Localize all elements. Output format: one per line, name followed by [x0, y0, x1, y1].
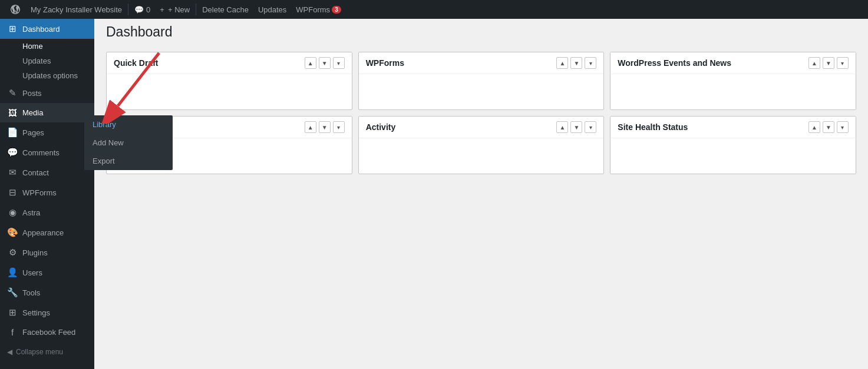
widget-site-health-up[interactable]: ▲ — [808, 121, 820, 133]
dashboard-wrap: Dashboard Quick Draft ▲ ▼ ▾ — [106, 19, 856, 174]
site-name-label: My Zacky Installer Website — [31, 5, 122, 14]
widget-at-a-glance-toggle[interactable]: ▾ — [333, 121, 345, 133]
widget-site-health-toggle[interactable]: ▾ — [837, 121, 849, 133]
home-label: Home — [22, 42, 43, 51]
sidebar-item-comments[interactable]: 💬 Comments — [0, 142, 94, 162]
page-title: Dashboard — [106, 19, 856, 42]
wpforms-icon: ⊟ — [7, 187, 18, 198]
media-dropdown-export[interactable]: Export — [84, 152, 173, 170]
comments-btn[interactable]: 💬 0 — [130, 0, 155, 19]
wpforms-label: WPForms — [22, 188, 57, 197]
sidebar-item-media[interactable]: 🖼 Media — [0, 103, 94, 122]
sidebar-item-facebook-feed[interactable]: f Facebook Feed — [0, 323, 94, 342]
widget-wp-events-up[interactable]: ▲ — [808, 57, 820, 69]
tools-icon: 🔧 — [7, 287, 18, 298]
sidebar-dashboard-label: Dashboard — [22, 25, 60, 34]
widget-at-a-glance-controls: ▲ ▼ ▾ — [305, 121, 345, 133]
site-name-btn[interactable]: My Zacky Installer Website — [26, 0, 127, 19]
export-label: Export — [93, 157, 115, 165]
astra-icon: ◉ — [7, 207, 18, 218]
updates-label: Updates — [258, 5, 286, 14]
media-icon: 🖼 — [7, 108, 18, 118]
comment-icon: 💬 — [134, 5, 144, 14]
widget-site-health-header: Site Health Status ▲ ▼ ▾ — [610, 117, 856, 138]
posts-label: Posts — [22, 89, 42, 98]
sidebar-item-astra[interactable]: ◉ Astra — [0, 202, 94, 222]
appearance-icon: 🎨 — [7, 227, 18, 238]
sidebar-item-wpforms[interactable]: ⊟ WPForms — [0, 182, 94, 202]
widget-wp-events-down[interactable]: ▼ — [823, 57, 834, 69]
dashboard-icon: ⊞ — [7, 24, 18, 34]
widget-activity: Activity ▲ ▼ ▾ — [358, 116, 605, 174]
sidebar-item-posts[interactable]: ✎ Posts — [0, 83, 94, 103]
widget-quick-draft-header: Quick Draft ▲ ▼ ▾ — [107, 52, 352, 74]
delete-cache-btn[interactable]: Delete Cache — [197, 0, 253, 19]
widget-wp-events-header: WordPress Events and News ▲ ▼ ▾ — [610, 52, 856, 74]
widget-activity-header: Activity ▲ ▼ ▾ — [359, 117, 604, 138]
sidebar: ⊞ Dashboard Home Updates Updates options… — [0, 19, 94, 369]
sidebar-item-pages[interactable]: 📄 Pages — [0, 122, 94, 142]
widget-quick-draft-body — [107, 74, 352, 109]
updates-options-label: Updates options — [22, 71, 78, 80]
sidebar-item-dashboard[interactable]: ⊞ Dashboard — [0, 19, 94, 39]
sidebar-item-plugins[interactable]: ⚙ Plugins — [0, 242, 94, 262]
widget-wp-events-title: WordPress Events and News — [618, 58, 731, 68]
wp-wrap: ⊞ Dashboard Home Updates Updates options… — [0, 19, 868, 369]
media-dropdown-library[interactable]: Library — [84, 115, 173, 134]
widget-wpforms-body — [359, 74, 604, 109]
widget-at-a-glance-down[interactable]: ▼ — [319, 121, 331, 133]
widget-wpforms-header: WPForms ▲ ▼ ▾ — [359, 52, 604, 74]
new-content-btn[interactable]: + + New — [155, 0, 194, 19]
media-dropdown: Library Add New Export — [84, 115, 173, 170]
pages-icon: 📄 — [7, 127, 18, 138]
widget-site-health-body — [610, 138, 856, 174]
wpforms-adminbar-btn[interactable]: WPForms 3 — [291, 0, 345, 19]
sidebar-item-users[interactable]: 👤 Users — [0, 262, 94, 282]
widget-activity-toggle[interactable]: ▾ — [585, 121, 596, 133]
sidebar-item-settings[interactable]: ⊞ Settings — [0, 302, 94, 323]
widget-activity-down[interactable]: ▼ — [570, 121, 582, 133]
main-content: Dashboard Quick Draft ▲ ▼ ▾ — [94, 19, 868, 369]
widget-quick-draft-controls: ▲ ▼ ▾ — [305, 57, 345, 69]
admin-bar: My Zacky Installer Website 💬 0 + + New D… — [0, 0, 868, 19]
separator-1 — [128, 4, 128, 15]
widget-quick-draft-toggle[interactable]: ▾ — [333, 57, 345, 69]
delete-cache-label: Delete Cache — [202, 5, 249, 14]
widget-wpforms-toggle[interactable]: ▾ — [585, 57, 596, 69]
widget-activity-title: Activity — [366, 122, 396, 132]
library-label: Library — [93, 120, 116, 129]
widget-quick-draft-title: Quick Draft — [114, 58, 158, 68]
widget-wpforms-up[interactable]: ▲ — [556, 57, 568, 69]
widget-wpforms: WPForms ▲ ▼ ▾ — [358, 52, 605, 110]
plugins-icon: ⚙ — [7, 247, 18, 258]
widget-quick-draft-down[interactable]: ▼ — [319, 57, 331, 69]
widget-activity-up[interactable]: ▲ — [556, 121, 568, 133]
astra-label: Astra — [22, 208, 40, 217]
users-icon: 👤 — [7, 267, 18, 278]
sidebar-item-home[interactable]: Home — [0, 39, 94, 54]
collapse-icon: ◀ — [7, 348, 12, 356]
widget-site-health-down[interactable]: ▼ — [823, 121, 834, 133]
widget-wp-events-toggle[interactable]: ▾ — [837, 57, 849, 69]
wp-logo-btn[interactable] — [5, 0, 26, 19]
collapse-menu-btn[interactable]: ◀ Collapse menu — [0, 342, 94, 362]
sidebar-item-tools[interactable]: 🔧 Tools — [0, 282, 94, 302]
collapse-menu-label: Collapse menu — [16, 348, 63, 356]
widget-row-2: At a Glance ▲ ▼ ▾ Activity ▲ — [106, 116, 856, 174]
widget-wpforms-down[interactable]: ▼ — [570, 57, 582, 69]
widget-quick-draft-up[interactable]: ▲ — [305, 57, 316, 69]
contact-icon: ✉ — [7, 167, 18, 178]
media-dropdown-add-new[interactable]: Add New — [84, 134, 173, 152]
sidebar-item-contact[interactable]: ✉ Contact — [0, 162, 94, 182]
facebook-feed-label: Facebook Feed — [22, 328, 75, 337]
contact-label: Contact — [22, 168, 49, 177]
updates-btn[interactable]: Updates — [253, 0, 291, 19]
wpforms-adminbar-label: WPForms — [296, 5, 330, 14]
widget-at-a-glance-up[interactable]: ▲ — [305, 121, 316, 133]
widget-quick-draft: Quick Draft ▲ ▼ ▾ — [106, 52, 352, 110]
widget-wp-events: WordPress Events and News ▲ ▼ ▾ — [610, 52, 856, 110]
sidebar-item-updates-options[interactable]: Updates options — [0, 68, 94, 83]
sidebar-item-appearance[interactable]: 🎨 Appearance — [0, 222, 94, 242]
widget-wp-events-controls: ▲ ▼ ▾ — [808, 57, 849, 69]
sidebar-item-updates[interactable]: Updates — [0, 54, 94, 68]
